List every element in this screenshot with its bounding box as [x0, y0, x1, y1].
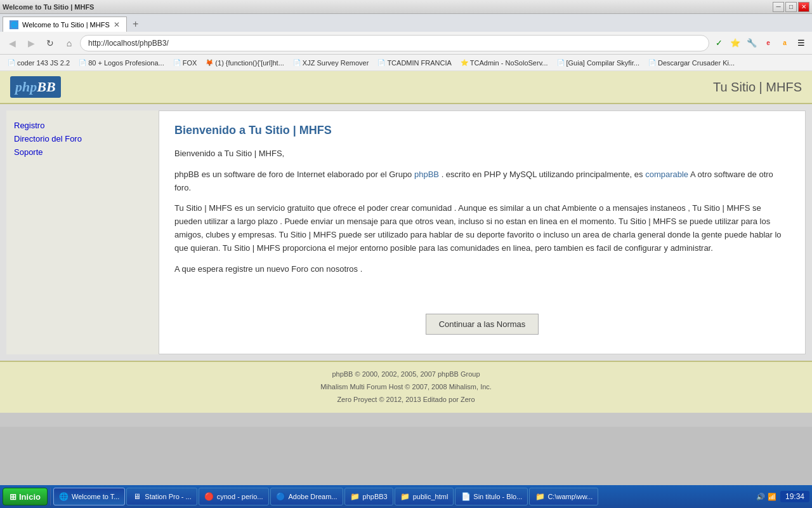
bookmark-7-label: [Guia] Compilar Skyfir... [566, 59, 640, 67]
phpbb-header: phpBB Tu Sitio | MHFS [0, 71, 812, 104]
title-bar: Welcome to Tu Sitio | MHFS ─ □ ✕ [0, 0, 812, 14]
bookmark-8-label: Descargar Crusader Ki... [658, 59, 735, 67]
bookmark-4-icon: 📄 [293, 59, 301, 66]
bookmark-4[interactable]: 📄 XJZ Survey Remover [289, 58, 373, 68]
nav-icons-right: ✓ ⭐ 🔧 e a ☰ [712, 36, 808, 50]
main-layout: Registro Directorio del Foro Soporte Bie… [0, 104, 812, 361]
maximize-button[interactable]: □ [785, 2, 797, 12]
footer-line3: Zero Proyect © 2012, 2013 Editado por Ze… [6, 394, 806, 406]
bookmark-2-icon: 📄 [173, 59, 181, 66]
sidebar-link-directorio[interactable]: Directorio del Foro [14, 134, 151, 144]
new-tab-button[interactable]: + [127, 17, 145, 32]
para1: phpBB es un software de foro de Internet… [174, 168, 790, 195]
logo-bb: BB [37, 79, 55, 95]
extensions-icon[interactable]: 🔧 [745, 36, 759, 50]
browser-window: Welcome to Tu Sitio | MHFS ─ □ ✕ 🌐 Welco… [0, 0, 812, 427]
window-controls: ─ □ ✕ [773, 2, 809, 12]
phpbb-logo: phpBB [10, 76, 61, 98]
bookmark-7-icon: 📄 [557, 59, 565, 66]
reload-button[interactable]: ↻ [42, 35, 58, 51]
nav-bar: ◀ ▶ ↻ ⌂ http://localhost/phpBB3/ ✓ ⭐ 🔧 e… [0, 32, 812, 55]
tab-close-button[interactable]: ✕ [114, 20, 120, 29]
footer-line2: Mihalism Multi Forum Host © 2007, 2008 M… [6, 381, 806, 394]
logo-php: php [15, 79, 37, 95]
address-bar[interactable]: http://localhost/phpBB3/ [80, 35, 709, 51]
bookmark-2[interactable]: 📄 FOX [169, 58, 201, 68]
phpbb-footer: phpBB © 2000, 2002, 2005, 2007 phpBB Gro… [0, 361, 812, 412]
home-button[interactable]: ⌂ [61, 35, 77, 51]
bookmark-1-label: 80 + Logos Profesiona... [88, 59, 164, 67]
address-text: http://localhost/phpBB3/ [88, 39, 701, 48]
bookmark-1[interactable]: 📄 80 + Logos Profesiona... [75, 58, 168, 68]
bookmark-4-label: XJZ Survey Remover [303, 59, 369, 67]
continue-button[interactable]: Continuar a las Normas [426, 314, 539, 335]
active-tab[interactable]: 🌐 Welcome to Tu Sitio | MHFS ✕ [3, 17, 127, 32]
bookmark-3-label: (1) {function(){'[url]ht... [215, 59, 284, 67]
bookmark-1-icon: 📄 [79, 59, 86, 66]
bookmark-3-icon: 🦊 [206, 59, 213, 66]
para3: A que espera registre un nuevo Foro con … [174, 263, 790, 276]
tab-favicon: 🌐 [10, 20, 18, 29]
para1-mid: . escrito en PHP y MySQL utilizando prin… [439, 170, 645, 179]
comparable-link[interactable]: comparable [645, 170, 688, 179]
content-area: Bienvenido a Tu Sitio | MHFS Bienvenido … [159, 110, 806, 354]
bookmark-5-icon: 📄 [377, 59, 385, 66]
bookmark-3[interactable]: 🦊 (1) {function(){'[url]ht... [202, 58, 287, 68]
para1-pre: phpBB es un software de foro de Internet… [174, 170, 414, 179]
bookmark-0[interactable]: 📄 coder 143 JS 2.2 [4, 58, 74, 68]
amazon-bookmark[interactable]: a [778, 36, 792, 50]
tab-label: Welcome to Tu Sitio | MHFS [22, 21, 110, 29]
site-title: Tu Sitio | MHFS [713, 80, 802, 95]
minimize-button[interactable]: ─ [773, 2, 784, 12]
greeting-text: Bienvenido a Tu Sitio | MHFS, [174, 147, 790, 161]
menu-icon[interactable]: ☰ [794, 36, 808, 50]
para2: Tu Sitio | MHFS es un servicio gratuito … [174, 202, 790, 255]
tab-bar: 🌐 Welcome to Tu Sitio | MHFS ✕ + [0, 14, 812, 32]
ebay-bookmark[interactable]: e [761, 36, 775, 50]
forward-button[interactable]: ▶ [23, 35, 39, 51]
bookmark-5[interactable]: 📄 TCADMIN FRANCIA [374, 58, 455, 68]
footer-line1: phpBB © 2000, 2002, 2005, 2007 phpBB Gro… [6, 368, 806, 381]
sidebar: Registro Directorio del Foro Soporte [6, 110, 159, 354]
bookmark-2-label: FOX [183, 59, 197, 67]
bookmark-5-label: TCADMIN FRANCIA [387, 59, 451, 67]
bookmarks-bar: 📄 coder 143 JS 2.2 📄 80 + Logos Profesio… [0, 55, 812, 71]
close-button[interactable]: ✕ [798, 2, 809, 12]
phpbb-link[interactable]: phpBB [414, 170, 439, 179]
sidebar-link-soporte[interactable]: Soporte [14, 147, 151, 157]
phpbb-logo-box: phpBB [10, 76, 61, 98]
content-title: Bienvenido a Tu Sitio | MHFS [174, 124, 790, 137]
bookmark-6[interactable]: ⭐ TCAdmin - NoSoloServ... [457, 58, 552, 68]
bookmark-6-icon: ⭐ [461, 59, 468, 66]
back-button[interactable]: ◀ [4, 35, 20, 51]
bookmark-8[interactable]: 📄 Descargar Crusader Ki... [645, 58, 738, 68]
bookmark-0-icon: 📄 [8, 59, 15, 66]
bookmark-6-label: TCAdmin - NoSoloServ... [470, 59, 548, 67]
bookmark-0-label: coder 143 JS 2.2 [17, 59, 70, 67]
bookmark-8-icon: 📄 [648, 59, 656, 66]
bookmark-7[interactable]: 📄 [Guia] Compilar Skyfir... [553, 58, 644, 68]
continue-btn-wrap: Continuar a las Normas [174, 295, 790, 341]
page-content: phpBB Tu Sitio | MHFS Registro Directori… [0, 71, 812, 427]
sidebar-link-registro[interactable]: Registro [14, 121, 151, 130]
bookmark-star-icon[interactable]: ⭐ [728, 36, 742, 50]
window-title: Welcome to Tu Sitio | MHFS [3, 3, 94, 11]
verify-icon: ✓ [712, 36, 726, 50]
